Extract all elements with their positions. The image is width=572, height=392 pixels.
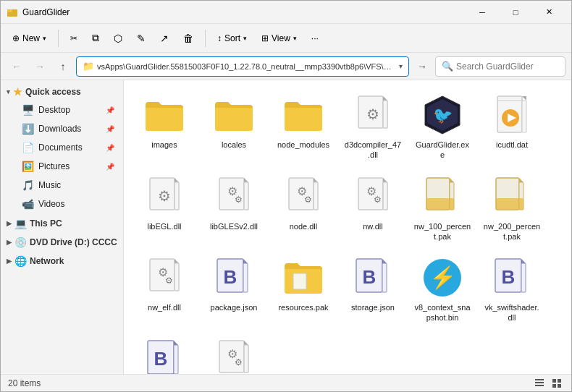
minimize-button[interactable]: ─: [466, 1, 499, 24]
list-item[interactable]: ⚡ v8_context_snapshot.bin: [411, 252, 474, 328]
list-item[interactable]: B vk_swiftshader_icd.json: [133, 333, 196, 374]
copy-button[interactable]: ⧉: [86, 29, 105, 47]
list-item[interactable]: icudtl.dat: [480, 89, 544, 165]
file-label: images: [151, 140, 177, 150]
delete-button[interactable]: 🗑: [177, 30, 199, 47]
sidebar-item-music[interactable]: 🎵 Music: [4, 176, 120, 195]
addressbar: ← → ↑ 📁 vsApps\GuardGlider.55815003F0F10…: [1, 53, 571, 80]
list-item[interactable]: B package.json: [202, 252, 266, 328]
grid-view-button[interactable]: [550, 376, 564, 391]
list-item[interactable]: ⚙ d3dcompiler_47.dll: [341, 89, 405, 165]
list-item[interactable]: B storage.json: [341, 252, 405, 328]
svg-text:⚙: ⚙: [374, 195, 382, 205]
search-input[interactable]: [456, 61, 559, 72]
quick-access-label: Quick access: [25, 87, 81, 97]
sidebar-item-documents[interactable]: 📄 Documents 📌: [4, 138, 120, 157]
list-item[interactable]: nw_200_percent.pak: [480, 171, 544, 247]
go-button[interactable]: →: [412, 56, 432, 77]
list-item[interactable]: ⚙ ⚙ node.dll: [272, 171, 335, 247]
window-controls: ─ □ ✕: [466, 1, 565, 24]
list-item[interactable]: ⚙ ⚙ nw_elf.dll: [133, 252, 196, 328]
music-label: Music: [38, 180, 61, 190]
svg-marker-17: [174, 178, 179, 182]
paste-button[interactable]: ⬡: [108, 30, 128, 47]
titlebar: GuardGlider ─ □ ✕: [1, 1, 571, 24]
list-item[interactable]: resources.pak: [272, 252, 335, 328]
sort-button[interactable]: ↕ Sort ▾: [211, 30, 253, 46]
quick-access-header[interactable]: ▾ ★ Quick access: [1, 83, 123, 101]
pak-icon: [421, 175, 464, 218]
new-button[interactable]: ⊕ New ▾: [7, 30, 52, 46]
list-item[interactable]: 🐦 GuardGlider.exe: [411, 89, 474, 165]
rename-button[interactable]: ✎: [131, 30, 151, 47]
list-item[interactable]: ⚙ libEGL.dll: [133, 171, 196, 247]
svg-text:⚙: ⚙: [235, 195, 243, 205]
dat-icon: [490, 93, 534, 137]
downloads-label: Downloads: [38, 124, 81, 134]
dvd-header[interactable]: ▶ 💿 DVD Drive (D:) CCCC: [1, 234, 123, 251]
videos-label: Videos: [38, 199, 64, 209]
cut-button[interactable]: ✂: [64, 30, 83, 46]
network-section: ▶ 🌐 Network: [1, 252, 123, 270]
toolbar-separator: [58, 30, 59, 47]
videos-icon: 📹: [21, 197, 34, 210]
svg-rect-72: [535, 379, 544, 380]
main-area: ▾ ★ Quick access 🖥️ Desktop 📌 ⬇️ Downloa…: [1, 80, 571, 374]
search-box: 🔍: [435, 56, 565, 77]
up-button[interactable]: ↑: [53, 56, 73, 77]
desktop-pin: 📌: [106, 106, 114, 114]
sidebar-item-desktop[interactable]: 🖥️ Desktop 📌: [4, 101, 120, 119]
view-button[interactable]: ⊞ View ▾: [256, 30, 303, 46]
list-item[interactable]: node_modules: [272, 89, 335, 165]
network-label: Network: [30, 256, 64, 266]
thispc-header[interactable]: ▶ 💻 This PC: [1, 215, 123, 232]
window-title: GuardGlider: [22, 7, 466, 17]
svg-marker-49: [243, 259, 248, 263]
share-button[interactable]: ↗: [154, 30, 174, 47]
network-header[interactable]: ▶ 🌐 Network: [1, 252, 123, 270]
svg-text:⚙: ⚙: [235, 357, 243, 367]
lightning-icon: ⚡: [421, 256, 464, 299]
sidebar-item-downloads[interactable]: ⬇️ Downloads 📌: [4, 119, 120, 138]
list-item[interactable]: images: [133, 89, 196, 165]
pictures-icon: 🖼️: [21, 160, 34, 173]
file-label: node_modules: [277, 140, 329, 150]
item-count: 20 items: [8, 378, 41, 388]
back-button[interactable]: ←: [7, 56, 27, 77]
dll-gear-icon: ⚙ ⚙: [351, 175, 395, 218]
sidebar-item-pictures[interactable]: 🖼️ Pictures 📌: [4, 157, 120, 176]
dvd-icon: 💿: [14, 237, 27, 248]
list-item[interactable]: ⚙ ⚙ libGLESv2.dll: [202, 171, 266, 247]
svg-rect-65: [174, 345, 178, 374]
list-view-button[interactable]: [532, 376, 547, 391]
network-icon: 🌐: [14, 255, 27, 267]
rename-icon: ✎: [137, 33, 146, 44]
list-item[interactable]: ⚙ ⚙ nw.dll: [341, 171, 405, 247]
svg-rect-5: [383, 101, 387, 128]
more-button[interactable]: ···: [306, 30, 324, 46]
list-item[interactable]: nw_100_percent.pak: [411, 171, 474, 247]
list-item[interactable]: B vk_swiftshader.dll: [480, 252, 544, 328]
file-label: storage.json: [351, 302, 395, 312]
sort-label: Sort: [224, 33, 240, 43]
file-label: libEGL.dll: [147, 221, 181, 231]
sidebar-item-videos[interactable]: 📹 Videos: [4, 195, 120, 213]
close-button[interactable]: ✕: [532, 1, 565, 24]
file-content: images locales node_modules: [124, 80, 571, 374]
downloads-icon: ⬇️: [21, 122, 34, 135]
file-label: d3dcompiler_47.dll: [344, 140, 402, 161]
dll-gear-icon: ⚙ ⚙: [212, 175, 256, 218]
list-item[interactable]: ⚙ ⚙ vulkan-1.dll: [202, 333, 266, 374]
paste-icon: ⬡: [114, 33, 122, 44]
forward-button[interactable]: →: [30, 56, 50, 77]
file-label: nw_100_percent.pak: [413, 221, 471, 242]
pak-icon: [490, 175, 534, 218]
maximize-button[interactable]: □: [499, 1, 532, 24]
list-item[interactable]: locales: [202, 89, 266, 165]
pictures-label: Pictures: [38, 161, 70, 171]
network-chevron: ▶: [7, 257, 12, 265]
address-input[interactable]: 📁 vsApps\GuardGlider.55815003F0F10_1.22.…: [76, 56, 409, 77]
svg-rect-74: [535, 385, 544, 386]
svg-marker-26: [314, 178, 318, 182]
file-label: node.dll: [290, 221, 318, 231]
